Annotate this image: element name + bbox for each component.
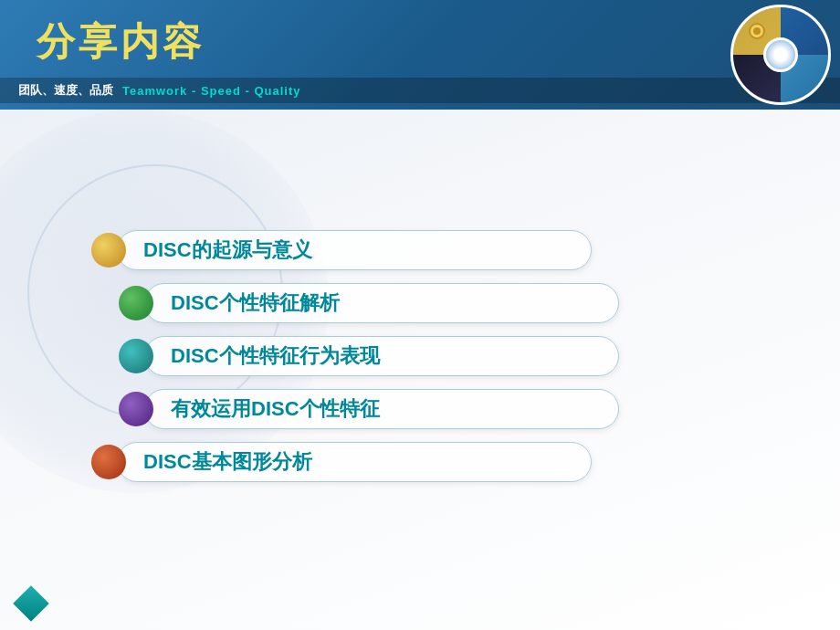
pill-4: 有效运用DISC个性特征 xyxy=(144,389,619,429)
menu-item-1: DISC的起源与意义 xyxy=(91,230,785,270)
header-bar: 分享内容 团队、速度、品质 Teamwork - Speed - Quality xyxy=(0,0,840,110)
page-title: 分享内容 xyxy=(37,16,205,68)
menu-text-4: 有效运用DISC个性特征 xyxy=(171,395,380,423)
bullet-2 xyxy=(119,286,153,320)
menu-item-5: DISC基本图形分析 xyxy=(91,442,785,482)
subtitle-cn: 团队、速度、品质 xyxy=(18,82,113,99)
menu-text-5: DISC基本图形分析 xyxy=(143,448,312,476)
pill-1: DISC的起源与意义 xyxy=(117,230,592,270)
bullet-5 xyxy=(91,445,126,479)
bullet-4 xyxy=(119,392,153,426)
bullet-1 xyxy=(91,233,126,268)
menu-text-2: DISC个性特征解析 xyxy=(171,289,340,317)
pill-3: DISC个性特征行为表现 xyxy=(144,336,619,376)
subtitle-bar: 团队、速度、品质 Teamwork - Speed - Quality xyxy=(0,78,840,103)
svg-point-1 xyxy=(753,27,761,35)
menu-item-4: 有效运用DISC个性特征 xyxy=(91,389,785,429)
pill-2: DISC个性特征解析 xyxy=(144,283,619,323)
subtitle-en: Teamwork - Speed - Quality xyxy=(122,84,301,98)
menu-item-3: DISC个性特征行为表现 xyxy=(91,336,785,376)
bullet-3 xyxy=(119,339,153,373)
logo-circle xyxy=(730,5,831,105)
logo-gear-icon xyxy=(743,17,771,45)
menu-item-2: DISC个性特征解析 xyxy=(91,283,785,323)
pill-5: DISC基本图形分析 xyxy=(117,442,592,482)
slide: 分享内容 团队、速度、品质 Teamwork - Speed - Quality xyxy=(0,0,840,630)
logo-center-circle xyxy=(763,37,798,72)
menu-text-3: DISC个性特征行为表现 xyxy=(171,342,380,370)
content-area: DISC的起源与意义 DISC个性特征解析 DISC个性特征行为表现 xyxy=(0,119,840,593)
menu-text-1: DISC的起源与意义 xyxy=(143,236,312,264)
